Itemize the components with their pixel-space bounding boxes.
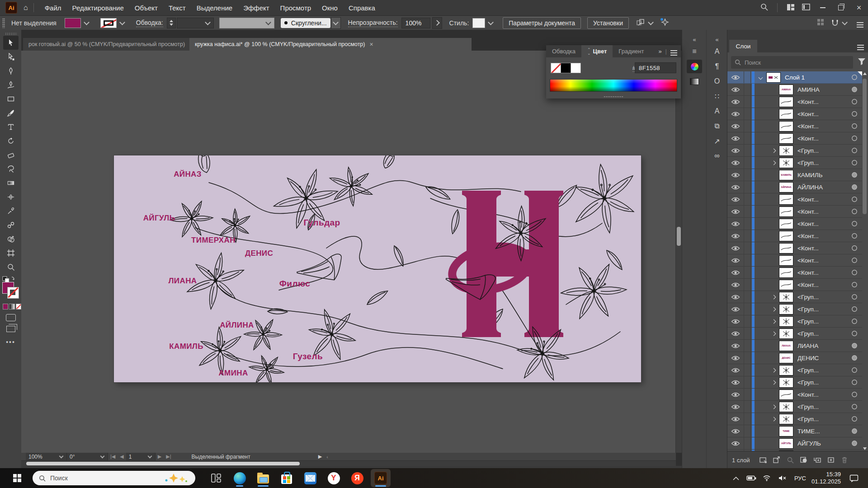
expand-chevron-icon[interactable] xyxy=(772,417,776,421)
visibility-toggle-icon[interactable] xyxy=(727,425,744,437)
locate-layer-icon[interactable] xyxy=(783,456,797,464)
menu-item[interactable]: Справка xyxy=(343,4,381,12)
visibility-toggle-icon[interactable] xyxy=(727,303,744,315)
snap-options-icon[interactable] xyxy=(831,19,850,27)
target-circle-icon[interactable] xyxy=(847,99,862,105)
layer-name[interactable]: АМИНА xyxy=(797,86,847,93)
visibility-toggle-icon[interactable] xyxy=(727,181,744,193)
document-setup-button[interactable]: Параметры документа xyxy=(503,17,581,29)
lock-cell[interactable] xyxy=(744,230,751,242)
expand-chevron-icon[interactable] xyxy=(772,319,776,324)
status-options-arrow[interactable]: ▶ xyxy=(318,454,322,460)
layer-name[interactable]: <Груп... xyxy=(797,318,847,325)
lock-cell[interactable] xyxy=(744,364,751,376)
layer-thumbnail[interactable] xyxy=(779,121,793,131)
layer-row[interactable]: <Груп... xyxy=(727,401,862,413)
menu-item[interactable]: Файл xyxy=(39,4,67,12)
layer-name[interactable]: <Конт... xyxy=(797,196,847,203)
expand-chevron-icon[interactable] xyxy=(772,295,776,299)
tab-layers[interactable]: Слои xyxy=(729,40,757,52)
toolbar-grip[interactable] xyxy=(5,33,17,35)
brush-dropdown-chevron[interactable] xyxy=(331,17,341,29)
target-circle-icon[interactable] xyxy=(847,123,862,129)
target-circle-icon[interactable] xyxy=(847,318,862,324)
layer-name[interactable]: <Груп... xyxy=(797,379,847,386)
fill-stroke-indicator[interactable] xyxy=(1,277,19,298)
layer-thumbnail[interactable] xyxy=(779,231,793,241)
prev-artboard-icon[interactable]: ◀ xyxy=(120,454,123,460)
visibility-toggle-icon[interactable] xyxy=(727,145,744,156)
lock-cell[interactable] xyxy=(744,71,751,83)
layer-thumbnail[interactable]: КАМИЛЬ xyxy=(779,170,793,180)
lock-cell[interactable] xyxy=(744,340,751,352)
layer-thumbnail[interactable] xyxy=(779,158,793,168)
lock-cell[interactable] xyxy=(744,157,751,169)
visibility-toggle-icon[interactable] xyxy=(727,389,744,400)
collapse-dock-icon[interactable]: « xyxy=(690,36,699,43)
minimize-button[interactable] xyxy=(814,0,832,15)
layer-name[interactable]: <Конт... xyxy=(797,99,847,105)
rotate-tool[interactable] xyxy=(3,134,19,148)
target-circle-icon[interactable] xyxy=(847,440,862,446)
target-circle-icon[interactable] xyxy=(847,416,862,422)
layer-name[interactable]: <Конт... xyxy=(797,208,847,215)
visibility-toggle-icon[interactable] xyxy=(727,401,744,413)
layer-row[interactable]: АЙГУЛЬАЙГУЛЬ xyxy=(727,437,862,450)
lock-cell[interactable] xyxy=(744,108,751,120)
layer-thumbnail[interactable] xyxy=(779,267,793,278)
layer-thumbnail[interactable]: АЙГУЛЬ xyxy=(779,438,793,449)
layer-row[interactable]: <Груп... xyxy=(727,328,862,340)
gradient-panel-icon[interactable] xyxy=(687,75,702,88)
home-icon[interactable]: ⌂ xyxy=(24,4,28,12)
layer-thumbnail[interactable]: ДЕНИС xyxy=(779,353,793,363)
menu-item[interactable]: Объект xyxy=(129,4,163,12)
lock-cell[interactable] xyxy=(744,328,751,339)
layers-search-input[interactable]: Поиск xyxy=(731,56,853,69)
layer-thumbnail[interactable]: ТИМЕ xyxy=(779,426,793,436)
workspace-switcher-icon[interactable] xyxy=(783,4,798,12)
close-button[interactable]: × xyxy=(850,0,868,15)
layer-row[interactable]: ДЕНИСДЕНИС xyxy=(727,352,862,364)
layer-name[interactable]: ТИМЕ... xyxy=(797,428,847,435)
target-circle-icon[interactable] xyxy=(847,233,862,239)
brush-definition-dropdown[interactable]: Скруглени... xyxy=(281,18,330,28)
layer-row[interactable]: <Конт... xyxy=(727,218,862,230)
visibility-toggle-icon[interactable] xyxy=(727,120,744,132)
target-circle-icon[interactable] xyxy=(847,196,862,202)
color-spectrum[interactable] xyxy=(550,79,677,92)
expand-chevron-icon[interactable] xyxy=(772,160,776,165)
stroke-weight-stepper[interactable] xyxy=(167,18,176,28)
layer-thumbnail[interactable] xyxy=(779,402,793,412)
arrange-documents-icon[interactable] xyxy=(798,4,814,12)
target-circle-icon[interactable] xyxy=(847,245,862,251)
target-circle-icon[interactable] xyxy=(847,343,862,349)
visibility-toggle-icon[interactable] xyxy=(727,206,744,217)
delete-layer-icon[interactable] xyxy=(838,456,851,464)
layer-thumbnail[interactable] xyxy=(779,194,793,205)
zoom-tool[interactable] xyxy=(3,260,19,274)
task-view-icon[interactable] xyxy=(206,469,226,487)
layer-thumbnail[interactable] xyxy=(779,414,793,424)
lock-cell[interactable] xyxy=(744,254,751,266)
expand-chevron-icon[interactable] xyxy=(772,307,776,311)
taskbar-explorer-icon[interactable] xyxy=(253,469,273,487)
visibility-toggle-icon[interactable] xyxy=(727,437,744,449)
layer-row[interactable]: <Конт... xyxy=(727,389,862,401)
visibility-toggle-icon[interactable] xyxy=(727,328,744,339)
curvature-tool[interactable] xyxy=(3,78,19,92)
taskbar-search-input[interactable]: Поиск xyxy=(33,471,195,485)
lock-cell[interactable] xyxy=(744,413,751,425)
layer-thumbnail[interactable] xyxy=(779,328,793,339)
rectangle-tool[interactable] xyxy=(3,92,19,106)
tool-options-chevron[interactable] xyxy=(648,19,654,25)
layer-row[interactable]: <Конт... xyxy=(727,267,862,279)
new-sublayer-icon[interactable] xyxy=(811,456,824,464)
layer-thumbnail[interactable] xyxy=(779,145,793,156)
lock-cell[interactable] xyxy=(744,181,751,193)
battery-icon[interactable] xyxy=(745,475,758,481)
layers-scrollbar[interactable] xyxy=(862,71,868,451)
visibility-toggle-icon[interactable] xyxy=(727,279,744,291)
wifi-icon[interactable] xyxy=(760,475,774,481)
menu-item[interactable]: Редактирование xyxy=(67,4,129,12)
layer-thumbnail[interactable]: ЛИАНА xyxy=(779,341,793,351)
